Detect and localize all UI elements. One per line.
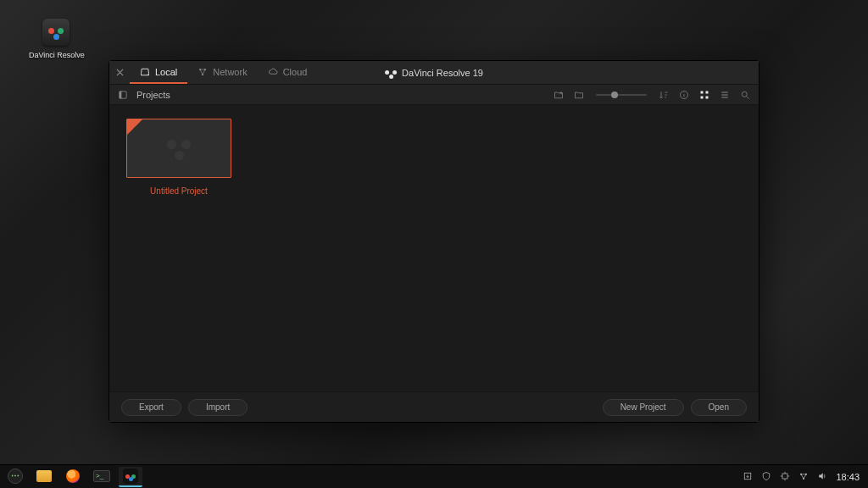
terminal-icon: >_ — [93, 470, 110, 482]
svg-rect-10 — [706, 96, 709, 98]
breadcrumb: Projects — [136, 90, 170, 100]
footer-bar: Export Import New Project Open — [109, 391, 759, 422]
resolve-logo-placeholder-icon — [167, 136, 191, 160]
toolbar: Projects — [109, 85, 759, 105]
add-folder-button[interactable] — [552, 88, 565, 102]
project-manager-window: Local Network Cloud DaVinci Resolve 19 P… — [108, 60, 760, 423]
resolve-logo-icon — [385, 67, 397, 79]
start-menu-button[interactable]: ⋯ — [3, 467, 27, 487]
import-button[interactable]: Import — [188, 399, 248, 416]
disk-icon — [140, 67, 150, 77]
svg-point-11 — [742, 92, 747, 97]
new-project-button[interactable]: New Project — [603, 399, 684, 416]
svg-rect-9 — [701, 96, 704, 98]
cloud-icon — [268, 67, 278, 77]
project-name: Untitled Project — [126, 186, 231, 196]
tray-volume-icon[interactable] — [817, 471, 827, 483]
info-button[interactable] — [677, 88, 691, 102]
svg-rect-8 — [706, 91, 709, 93]
taskbar-files-button[interactable] — [32, 467, 56, 487]
desktop-icon-label: DaVinci Resolve — [29, 51, 85, 59]
taskbar-firefox-button[interactable] — [61, 467, 85, 487]
tray-shield-icon[interactable] — [761, 471, 771, 483]
close-button[interactable] — [109, 61, 130, 85]
taskbar: ⋯ >_ 18:43 — [0, 464, 868, 488]
system-tray: 18:43 — [743, 471, 860, 483]
selected-corner-icon — [127, 119, 142, 135]
firefox-icon — [66, 469, 80, 483]
taskbar-davinci-button[interactable] — [119, 467, 142, 487]
sidebar-toggle-icon[interactable] — [116, 88, 130, 102]
taskbar-terminal-button[interactable]: >_ — [90, 467, 114, 487]
resolve-taskbar-icon — [123, 469, 138, 484]
tab-network[interactable]: Network — [187, 61, 257, 84]
window-title: DaVinci Resolve 19 — [385, 67, 483, 79]
grid-view-button[interactable] — [698, 88, 711, 102]
projects-grid: Untitled Project — [109, 105, 759, 391]
network-icon — [198, 67, 208, 77]
thumbnail-size-slider[interactable] — [596, 94, 647, 96]
resolve-logo-icon — [48, 25, 64, 40]
tray-clock[interactable]: 18:43 — [836, 472, 860, 482]
svg-rect-13 — [782, 474, 787, 479]
tab-local[interactable]: Local — [130, 61, 187, 84]
project-thumbnail — [126, 119, 231, 178]
window-title-text: DaVinci Resolve 19 — [402, 68, 483, 78]
tray-update-icon[interactable] — [743, 471, 753, 483]
sort-button[interactable] — [657, 88, 670, 102]
tab-network-label: Network — [213, 67, 247, 77]
project-card[interactable]: Untitled Project — [126, 119, 231, 196]
tab-cloud[interactable]: Cloud — [258, 61, 318, 84]
tab-cloud-label: Cloud — [283, 67, 308, 77]
svg-rect-7 — [701, 91, 704, 93]
tray-network-icon[interactable] — [798, 471, 809, 483]
titlebar: Local Network Cloud DaVinci Resolve 19 — [109, 61, 759, 85]
folder-icon — [36, 470, 52, 482]
open-button[interactable]: Open — [691, 399, 747, 416]
export-button[interactable]: Export — [121, 399, 181, 416]
folder-button[interactable] — [572, 88, 586, 102]
svg-rect-5 — [120, 91, 122, 97]
app-tile-icon — [42, 19, 70, 46]
close-icon — [116, 69, 124, 76]
mint-logo-icon: ⋯ — [8, 469, 23, 484]
list-view-button[interactable] — [718, 88, 732, 102]
source-tabs: Local Network Cloud — [130, 61, 317, 84]
search-button[interactable] — [738, 88, 752, 102]
tab-local-label: Local — [155, 67, 177, 77]
tray-chip-icon[interactable] — [780, 471, 790, 483]
svg-point-0 — [147, 74, 147, 75]
desktop-icon-davinci-resolve[interactable]: DaVinci Resolve — [29, 19, 83, 59]
